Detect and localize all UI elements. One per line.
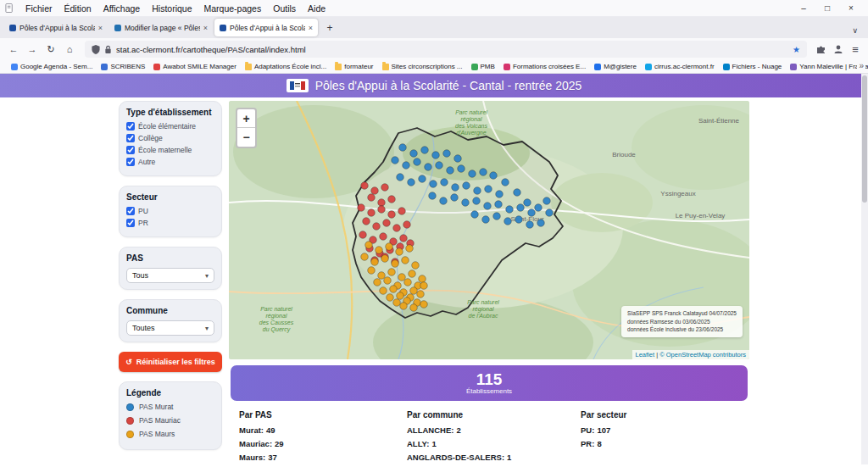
page-scrollbar[interactable] bbox=[861, 74, 868, 464]
marker-pas-murat[interactable] bbox=[399, 144, 407, 152]
marker-pas-murat[interactable] bbox=[469, 170, 476, 178]
marker-pas-mauriac[interactable] bbox=[368, 209, 376, 217]
secteur-option-pr[interactable]: PR bbox=[126, 219, 214, 227]
marker-pas-maurs[interactable] bbox=[371, 259, 379, 266]
marker-pas-mauriac[interactable] bbox=[380, 233, 387, 241]
marker-pas-murat[interactable] bbox=[443, 150, 451, 158]
marker-pas-mauriac[interactable] bbox=[398, 208, 406, 215]
menu-aide[interactable]: Aide bbox=[302, 3, 331, 14]
map[interactable]: Parc naturelrégionaldes Volcansd'Auvergn… bbox=[229, 101, 749, 359]
marker-pas-mauriac[interactable] bbox=[373, 223, 381, 231]
marker-pas-maurs[interactable] bbox=[410, 287, 418, 295]
tracking-shield-icon[interactable] bbox=[92, 45, 100, 54]
bookmark-cirrus-ac-clermont-fr[interactable]: cirrus.ac-clermont.fr bbox=[641, 63, 719, 70]
url-text[interactable]: stat.ac-clermont.fr/cartotheque/PAS/cant… bbox=[116, 45, 788, 54]
marker-pas-murat[interactable] bbox=[408, 179, 415, 186]
menu-historique[interactable]: Historique bbox=[146, 3, 198, 14]
marker-pas-murat[interactable] bbox=[504, 218, 512, 225]
type-checkbox-autre[interactable] bbox=[126, 158, 135, 166]
marker-pas-maurs[interactable] bbox=[378, 272, 386, 280]
tab-close-icon[interactable]: × bbox=[309, 24, 313, 32]
marker-pas-maurs[interactable] bbox=[368, 267, 376, 275]
browser-tab-2[interactable]: Modifier la page « Pôles d'App...× bbox=[109, 19, 213, 36]
marker-pas-mauriac[interactable] bbox=[378, 199, 386, 207]
new-tab-button[interactable]: + bbox=[322, 20, 337, 36]
marker-pas-mauriac[interactable] bbox=[359, 231, 367, 239]
marker-pas-mauriac[interactable] bbox=[378, 206, 386, 214]
marker-pas-murat[interactable] bbox=[496, 191, 504, 198]
marker-pas-murat[interactable] bbox=[473, 197, 481, 205]
bookmark-sites-circonscriptions[interactable]: Sites circonscriptions ... bbox=[378, 63, 467, 70]
marker-pas-murat[interactable] bbox=[502, 179, 509, 186]
marker-pas-maurs[interactable] bbox=[380, 287, 387, 295]
marker-pas-maurs[interactable] bbox=[404, 279, 412, 286]
marker-pas-murat[interactable] bbox=[454, 155, 462, 163]
marker-pas-maurs[interactable] bbox=[374, 279, 381, 286]
menu-edition[interactable]: Édition bbox=[58, 3, 97, 14]
marker-pas-murat[interactable] bbox=[524, 199, 531, 207]
marker-pas-murat[interactable] bbox=[429, 192, 437, 200]
marker-pas-murat[interactable] bbox=[452, 184, 459, 192]
marker-pas-murat[interactable] bbox=[432, 152, 440, 159]
openstreetmap-link[interactable]: © OpenStreetMap contributors bbox=[659, 351, 746, 359]
marker-pas-murat[interactable] bbox=[528, 209, 536, 217]
marker-pas-maurs[interactable] bbox=[365, 242, 373, 249]
marker-pas-murat[interactable] bbox=[392, 157, 399, 164]
marker-pas-maurs[interactable] bbox=[384, 277, 392, 285]
marker-pas-murat[interactable] bbox=[546, 209, 554, 217]
commune-select[interactable]: Toutes ▾ bbox=[126, 320, 214, 336]
marker-pas-maurs[interactable] bbox=[412, 262, 420, 270]
marker-pas-murat[interactable] bbox=[421, 147, 429, 154]
list-tabs-icon[interactable]: ∨ bbox=[845, 26, 865, 35]
marker-pas-murat[interactable] bbox=[485, 186, 492, 193]
marker-pas-maurs[interactable] bbox=[392, 260, 399, 268]
type-checkbox-college[interactable] bbox=[126, 134, 135, 142]
marker-pas-maurs[interactable] bbox=[376, 247, 383, 254]
tab-close-icon[interactable]: × bbox=[203, 24, 208, 32]
marker-pas-mauriac[interactable] bbox=[403, 221, 411, 229]
marker-pas-maurs[interactable] bbox=[420, 282, 428, 290]
secteur-checkbox-pr[interactable] bbox=[126, 219, 135, 227]
marker-pas-murat[interactable] bbox=[419, 175, 426, 183]
tab-close-icon[interactable]: × bbox=[98, 24, 103, 32]
marker-pas-murat[interactable] bbox=[462, 199, 470, 207]
marker-pas-maurs[interactable] bbox=[400, 303, 408, 310]
marker-pas-murat[interactable] bbox=[495, 201, 503, 208]
marker-pas-murat[interactable] bbox=[447, 167, 454, 175]
reset-filters-button[interactable]: ↺ Réinitialiser les filtres bbox=[119, 352, 222, 372]
bookmark-fichiers-nuage[interactable]: Fichiers - Nuage bbox=[719, 63, 787, 70]
extensions-puzzle-icon[interactable] bbox=[814, 42, 829, 57]
marker-pas-murat[interactable] bbox=[414, 158, 421, 166]
marker-pas-mauriac[interactable] bbox=[361, 182, 369, 190]
marker-pas-murat[interactable] bbox=[514, 189, 521, 197]
bookmark-m-gistere[interactable]: M@gistere bbox=[590, 63, 641, 70]
marker-pas-maurs[interactable] bbox=[410, 304, 418, 312]
marker-pas-murat[interactable] bbox=[474, 187, 481, 195]
type-checkbox-ecole-elementaire[interactable] bbox=[126, 122, 135, 131]
app-menu-icon[interactable]: ≡ bbox=[848, 42, 863, 57]
account-icon[interactable] bbox=[831, 42, 846, 57]
marker-pas-murat[interactable] bbox=[517, 204, 525, 212]
marker-pas-mauriac[interactable] bbox=[371, 187, 379, 195]
secteur-checkbox-pu[interactable] bbox=[126, 207, 135, 215]
maximize-button[interactable]: □ bbox=[815, 3, 839, 13]
marker-pas-maurs[interactable] bbox=[420, 301, 428, 309]
marker-pas-murat[interactable] bbox=[397, 174, 404, 181]
menu-affichage[interactable]: Affichage bbox=[97, 3, 147, 14]
minimize-button[interactable]: – bbox=[792, 3, 815, 13]
marker-pas-mauriac[interactable] bbox=[388, 196, 396, 203]
marker-pas-mauriac[interactable] bbox=[393, 225, 401, 232]
bookmark-scribens[interactable]: SCRIBENS bbox=[97, 63, 149, 70]
marker-pas-maurs[interactable] bbox=[397, 292, 404, 300]
url-bar[interactable]: stat.ac-clermont.fr/cartotheque/PAS/cant… bbox=[85, 41, 807, 58]
secteur-option-pu[interactable]: PU bbox=[126, 207, 214, 215]
forward-button[interactable]: → bbox=[24, 41, 41, 58]
marker-pas-maurs[interactable] bbox=[396, 248, 403, 256]
marker-pas-maurs[interactable] bbox=[361, 253, 369, 261]
marker-pas-maurs[interactable] bbox=[406, 245, 414, 253]
browser-tab-1[interactable]: Pôles d'Appui à la Scolarité - C...× bbox=[4, 19, 108, 36]
marker-pas-maurs[interactable] bbox=[417, 291, 425, 298]
menu-outils[interactable]: Outils bbox=[267, 3, 302, 14]
marker-pas-maurs[interactable] bbox=[402, 257, 409, 264]
marker-pas-mauriac[interactable] bbox=[381, 184, 389, 192]
